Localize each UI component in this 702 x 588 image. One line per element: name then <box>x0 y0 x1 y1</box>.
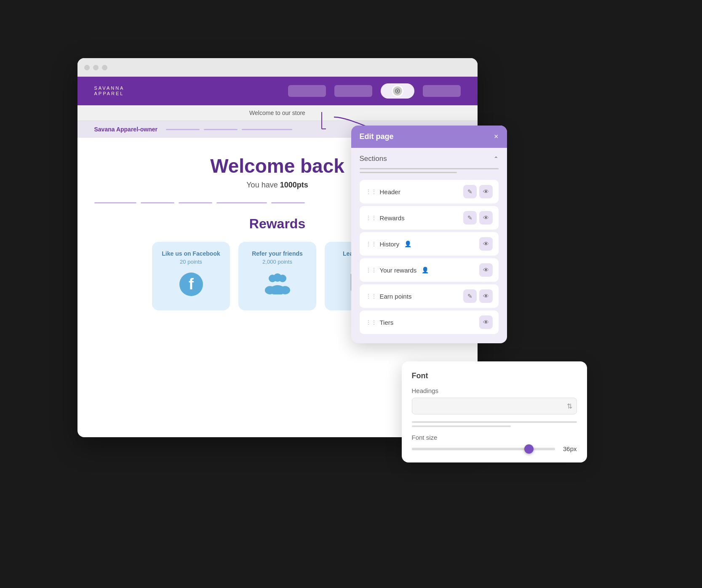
sections-label: Sections <box>360 155 387 163</box>
font-select-arrows-icon: ⇅ <box>567 402 572 410</box>
section-item-earn-points: ⋮⋮ Earn points ✎ 👁 <box>360 284 499 308</box>
line2 <box>204 129 238 130</box>
font-line-2 <box>412 425 511 427</box>
section-item-header-name: Header <box>380 188 400 195</box>
section-item-header: ⋮⋮ Header ✎ 👁 <box>360 180 499 203</box>
section-item-tiers: ⋮⋮ Tiers 👁 <box>360 310 499 334</box>
section-item-header-actions: ✎ 👁 <box>463 185 493 198</box>
line1 <box>166 129 200 130</box>
font-panel-title: Font <box>412 372 577 380</box>
drag-dots-header[interactable]: ⋮⋮ <box>366 189 376 195</box>
font-line-1 <box>412 421 577 423</box>
browser-dot-yellow <box>93 65 99 70</box>
section-item-rewards-name: Rewards <box>380 214 405 222</box>
section-item-history-name: History <box>380 241 400 248</box>
edit-panel-header: Edit page × <box>351 126 507 148</box>
your-rewards-person-icon: 👤 <box>422 267 429 273</box>
nav-pill-1 <box>288 85 326 97</box>
section-item-rewards: ⋮⋮ Rewards ✎ 👁 <box>360 206 499 230</box>
div2 <box>141 202 174 203</box>
welcome-banner-text: Welcome to our store <box>249 110 305 116</box>
friends-card-title: Refer your friends <box>245 250 310 257</box>
camera-marker <box>315 112 328 135</box>
section-item-header-left: ⋮⋮ Header <box>366 188 400 195</box>
friends-card[interactable]: Refer your friends 2,000 points <box>238 242 316 310</box>
logo-name: SAVANNA <box>94 86 125 91</box>
earn-points-edit-button[interactable]: ✎ <box>463 289 477 303</box>
section-item-rewards-actions: ✎ 👁 <box>463 211 493 225</box>
drag-dots-history[interactable]: ⋮⋮ <box>366 241 376 247</box>
browser-dot-red <box>84 65 90 70</box>
history-eye-button[interactable]: 👁 <box>479 237 493 251</box>
store-logo: SAVANNA APPAREL <box>94 86 125 96</box>
facebook-icon: f <box>159 272 223 302</box>
font-size-value: 36px <box>560 445 577 452</box>
section-item-earn-points-name: Earn points <box>380 293 412 300</box>
user-name: Savana Apparel-owner <box>94 126 157 133</box>
edit-panel-body: Sections ⌃ ⋮⋮ Header ✎ 👁 ⋮⋮ <box>351 148 507 343</box>
font-size-label: Font size <box>412 434 577 441</box>
slider-fill <box>412 448 529 450</box>
welcome-banner: Welcome to our store <box>77 105 478 121</box>
edit-panel-close-button[interactable]: × <box>494 132 499 141</box>
rewards-edit-button[interactable]: ✎ <box>463 211 477 225</box>
section-item-earn-points-left: ⋮⋮ Earn points <box>366 293 412 300</box>
section-divider-full <box>360 168 499 169</box>
slider-thumb[interactable] <box>524 444 534 454</box>
edit-panel-title: Edit page <box>360 132 394 141</box>
font-select-bar[interactable]: ⇅ <box>412 398 577 414</box>
facebook-card-title: Like us on Facebook <box>159 250 223 257</box>
camera-icon <box>392 85 403 97</box>
svg-point-6 <box>273 273 282 282</box>
section-item-tiers-left: ⋮⋮ Tiers <box>366 319 394 326</box>
friends-icon <box>245 272 310 299</box>
facebook-card[interactable]: Like us on Facebook 20 points f <box>152 242 230 310</box>
drag-dots-earn-points[interactable]: ⋮⋮ <box>366 293 376 299</box>
svg-point-8 <box>265 286 275 294</box>
drag-dots-tiers[interactable]: ⋮⋮ <box>366 319 376 325</box>
font-size-section: Font size 36px <box>412 434 577 452</box>
logo-sub: APPAREL <box>94 91 125 96</box>
section-item-your-rewards-left: ⋮⋮ Your rewards 👤 <box>366 267 429 274</box>
nav-items <box>288 83 461 99</box>
header-edit-button[interactable]: ✎ <box>463 185 477 198</box>
section-item-your-rewards-actions: 👁 <box>479 263 493 277</box>
drag-dots-rewards[interactable]: ⋮⋮ <box>366 215 376 221</box>
section-item-earn-points-actions: ✎ 👁 <box>463 289 493 303</box>
headings-label: Headings <box>412 387 577 394</box>
earn-points-eye-button[interactable]: 👁 <box>479 289 493 303</box>
svg-text:f: f <box>189 275 194 293</box>
points-prefix: You have <box>246 181 280 189</box>
font-size-slider[interactable] <box>412 448 555 450</box>
chevron-up-icon[interactable]: ⌃ <box>494 155 499 162</box>
font-lines <box>412 421 577 427</box>
browser-dot-green <box>102 65 107 70</box>
store-header: SAVANNA APPAREL <box>77 77 478 105</box>
drag-dots-your-rewards[interactable]: ⋮⋮ <box>366 267 376 273</box>
section-item-your-rewards-name: Your rewards <box>380 267 417 274</box>
div5 <box>271 202 305 203</box>
nav-pill-2 <box>334 85 372 97</box>
svg-point-1 <box>397 90 398 92</box>
line3 <box>242 129 292 130</box>
rewards-eye-button[interactable]: 👁 <box>479 211 493 225</box>
section-item-tiers-name: Tiers <box>380 319 394 326</box>
your-rewards-eye-button[interactable]: 👁 <box>479 263 493 277</box>
section-item-history-left: ⋮⋮ History 👤 <box>366 241 412 248</box>
history-person-icon: 👤 <box>404 241 411 247</box>
header-eye-button[interactable]: 👁 <box>479 185 493 198</box>
section-item-your-rewards: ⋮⋮ Your rewards 👤 👁 <box>360 258 499 282</box>
friends-card-points: 2,000 points <box>245 259 310 265</box>
section-item-tiers-actions: 👁 <box>479 315 493 329</box>
headings-section: Headings ⇅ <box>412 387 577 414</box>
nav-camera[interactable] <box>381 83 414 99</box>
edit-panel: Edit page × Sections ⌃ ⋮⋮ Header ✎ 👁 <box>351 126 507 343</box>
points-value: 1000pts <box>280 181 308 189</box>
tiers-eye-button[interactable]: 👁 <box>479 315 493 329</box>
font-panel: Font Headings ⇅ Font size 36px <box>402 361 587 462</box>
user-bar-lines <box>166 129 292 130</box>
sections-header: Sections ⌃ <box>360 155 499 163</box>
nav-pill-3 <box>423 85 461 97</box>
browser-titlebar <box>77 58 478 77</box>
section-item-rewards-left: ⋮⋮ Rewards <box>366 214 405 222</box>
